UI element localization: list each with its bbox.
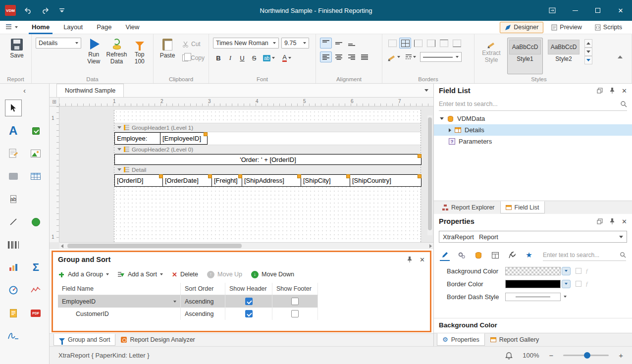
band-collapse-icon[interactable] [117, 168, 121, 171]
border-top-button[interactable] [438, 38, 450, 49]
property-row-background-color[interactable]: Background Color ƒ [434, 264, 632, 277]
table-row[interactable]: CustomerID Ascending [58, 308, 318, 320]
show-footer-checkbox[interactable] [291, 298, 299, 305]
align-right-button[interactable] [346, 52, 358, 62]
border-color-swatch[interactable] [505, 280, 561, 288]
chart-tool[interactable] [2, 257, 25, 278]
scroll-right-arrow[interactable] [429, 244, 432, 248]
pin-icon[interactable] [407, 256, 413, 263]
smart-tag[interactable] [418, 174, 421, 178]
border-width-select[interactable] [420, 52, 462, 62]
minimize-button[interactable] [564, 0, 586, 21]
properties-search[interactable] [543, 249, 626, 261]
band-detail[interactable]: Detail [114, 165, 421, 174]
collapse-icon[interactable] [449, 128, 451, 132]
tree-node-details[interactable]: Details [434, 124, 632, 136]
tree-node-parameters[interactable]: ? Parameters [434, 136, 632, 147]
border-right-button[interactable] [425, 38, 437, 49]
band-collapse-icon[interactable] [117, 126, 121, 129]
expand-icon[interactable] [440, 117, 444, 120]
smart-tag[interactable] [159, 174, 163, 178]
shape-tool[interactable] [25, 211, 48, 232]
design-canvas[interactable]: GroupHeader1 (Level 1) Employee: [Employ… [59, 106, 433, 242]
document-tab[interactable]: Northwind Sample [56, 84, 124, 97]
run-view-button[interactable]: Run View [84, 38, 103, 65]
order-id-field[interactable]: [OrderID] [114, 174, 163, 187]
pointer-tool[interactable] [2, 98, 25, 118]
signature-tool[interactable] [2, 325, 25, 346]
tab-group-and-sort[interactable]: Group and Sort [53, 334, 115, 346]
property-row-border-dash-style[interactable]: Border Dash Style [434, 290, 632, 303]
order-date-field[interactable]: [OrderDate] [162, 174, 212, 187]
page-info-tool[interactable] [2, 303, 25, 323]
ruler-corner-icon[interactable]: ⊞ [50, 98, 59, 106]
gauge-tool[interactable] [2, 280, 25, 301]
align-top-button[interactable] [320, 38, 332, 49]
styles-gallery-up-button[interactable] [584, 39, 592, 48]
align-justify-button[interactable] [359, 52, 370, 62]
pin-icon[interactable] [609, 218, 615, 225]
horizontal-scrollbar[interactable] [59, 242, 433, 249]
field-dropdown-icon[interactable] [173, 301, 176, 303]
color-dropdown-button[interactable] [562, 267, 571, 275]
pin-icon[interactable] [609, 87, 615, 94]
label-tool[interactable]: A [2, 120, 25, 141]
smart-tag[interactable] [208, 174, 212, 178]
reset-property-icon[interactable] [576, 268, 581, 274]
zoom-slider-thumb[interactable] [584, 352, 590, 359]
smart-tag[interactable] [238, 174, 242, 178]
order-expression-field[interactable]: 'Order: ' + [OrderID] [114, 154, 421, 165]
tab-report-design-analyzer[interactable]: Report Design Analyzer [115, 334, 200, 346]
pivot-grid-tool[interactable]: Σ [25, 257, 48, 278]
font-color-button[interactable]: A [278, 52, 295, 63]
search-icon[interactable] [620, 252, 626, 258]
vertical-scrollbar[interactable] [427, 115, 432, 235]
show-header-checkbox[interactable] [245, 298, 253, 305]
styles-gallery-down-button[interactable] [584, 48, 592, 56]
tab-home[interactable]: Home [25, 21, 56, 34]
move-down-button[interactable]: ↓ Move Down [251, 271, 294, 278]
preview-mode-button[interactable]: Preview [546, 22, 586, 33]
zoom-in-button[interactable]: + [619, 351, 623, 360]
search-input[interactable] [439, 101, 620, 107]
field-list-search[interactable] [439, 98, 627, 111]
align-center-button[interactable] [333, 52, 345, 62]
scroll-left-arrow[interactable] [61, 244, 63, 248]
border-left-button[interactable] [412, 38, 424, 49]
border-bottom-button[interactable] [451, 38, 463, 49]
favorites-star-button[interactable]: ★ [524, 249, 534, 261]
style-item-2[interactable]: AaBbCcD Style2 [546, 38, 581, 74]
scrollbar-thumb[interactable] [67, 244, 242, 248]
appearance-view-button[interactable] [507, 249, 517, 261]
tab-report-explorer[interactable]: Report Explorer [437, 201, 500, 213]
ship-address-field[interactable]: [ShipAddress] [242, 174, 301, 187]
chevron-down-icon[interactable] [564, 296, 567, 298]
zoom-percentage[interactable]: 100% [523, 352, 539, 359]
layout-view-button[interactable] [490, 249, 500, 261]
band-group-header2[interactable]: GroupHeader2 (Level 0) [114, 145, 421, 154]
show-footer-checkbox[interactable] [291, 310, 299, 317]
expression-icon[interactable]: ƒ [585, 280, 588, 288]
float-panel-icon[interactable] [597, 88, 603, 94]
close-button[interactable]: ✕ [609, 0, 632, 21]
close-panel-icon[interactable]: ✕ [420, 256, 425, 263]
float-panel-icon[interactable] [597, 218, 603, 224]
table-tool[interactable] [25, 166, 48, 187]
underline-button[interactable]: U [237, 52, 248, 63]
copy-button[interactable]: Copy [182, 52, 205, 63]
search-icon[interactable] [620, 101, 627, 107]
tree-node-vdmdata[interactable]: VDMData [434, 113, 632, 124]
reset-property-icon[interactable] [576, 281, 581, 287]
smart-tag[interactable] [346, 174, 350, 178]
employee-caption-label[interactable]: Employee: [114, 132, 160, 145]
barcode-tool[interactable] [2, 234, 25, 255]
strikethrough-button[interactable]: S [249, 52, 260, 63]
extract-style-button[interactable]: Extract Style [478, 38, 504, 74]
scripts-mode-button[interactable]: Scripts [590, 22, 627, 33]
ship-city-field[interactable]: [ShipCity] [301, 174, 350, 187]
property-row-border-color[interactable]: Border Color ƒ [434, 277, 632, 290]
band-collapse-icon[interactable] [117, 148, 121, 151]
save-button[interactable]: Save [4, 38, 30, 59]
redo-icon[interactable] [41, 6, 50, 15]
border-color-button[interactable] [386, 52, 401, 62]
